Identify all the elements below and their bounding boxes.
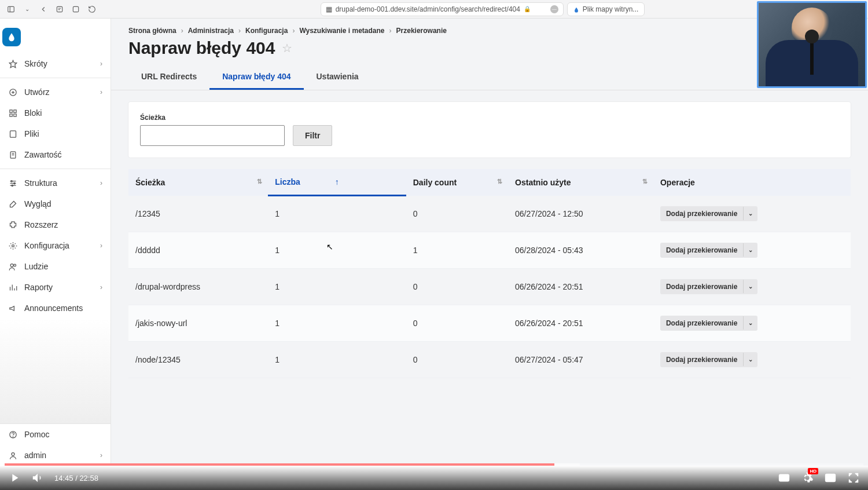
chevron-right-icon: ›: [100, 60, 102, 68]
add-redirect-button[interactable]: Dodaj przekierowanie⌄: [660, 206, 757, 221]
column-header[interactable]: Daily count⇅: [406, 169, 508, 196]
sidebar-item-puzzle[interactable]: Rozszerz: [0, 214, 111, 235]
column-header[interactable]: Liczba↑: [268, 169, 406, 196]
chevron-down-icon[interactable]: ⌄: [743, 207, 757, 220]
cell-count: 1: [268, 341, 406, 378]
chevron-down-icon[interactable]: ⌄: [743, 243, 757, 257]
sidebar-item-label: Skróty: [24, 59, 47, 68]
cell-last: 06/27/2024 - 12:50: [508, 196, 653, 232]
column-header[interactable]: Ostatnio użyte⇅: [508, 169, 653, 196]
breadcrumb-link[interactable]: Przekierowanie: [396, 27, 447, 35]
sidebar-item-label: Utwórz: [24, 87, 50, 97]
breadcrumb-link[interactable]: Konfiguracja: [245, 27, 288, 35]
chevron-right-icon: ›: [100, 88, 102, 96]
chevron-down-icon[interactable]: ⌄: [21, 3, 34, 16]
sidebar-item-gears[interactable]: Konfiguracja›: [0, 235, 111, 256]
cell-count: 1: [268, 196, 406, 232]
back-button[interactable]: [37, 3, 50, 16]
sidebar-item-plus[interactable]: Utwórz›: [0, 82, 111, 103]
player-time: 14:45 / 22:58: [54, 474, 98, 482]
miniplayer-button[interactable]: [824, 471, 837, 484]
sidebar-item-label: Struktura: [24, 178, 57, 188]
chevron-down-icon[interactable]: ⌄: [743, 316, 757, 330]
play-button[interactable]: [8, 471, 21, 484]
sidebar-item-doc[interactable]: Zawartość: [0, 144, 111, 165]
sidebar-item-chart[interactable]: Raporty›: [0, 277, 111, 298]
column-header: Operacje: [653, 169, 851, 196]
refresh-icon[interactable]: [86, 3, 98, 16]
filter-button[interactable]: Filtr: [293, 125, 332, 146]
tab[interactable]: Napraw błędy 404: [209, 65, 303, 90]
cell-last: 06/26/2024 - 20:51: [508, 305, 653, 341]
tab[interactable]: URL Redirects: [128, 65, 209, 90]
lock-icon: 🔒: [524, 6, 531, 12]
sidebar-toggle-icon[interactable]: [5, 3, 17, 16]
sliders-icon: [8, 178, 17, 188]
cell-count: 1: [268, 232, 406, 268]
chevron-down-icon[interactable]: ⌄: [743, 353, 757, 366]
address-text: drupal-demo-001.ddev.site/admin/config/s…: [336, 5, 520, 13]
add-redirect-button[interactable]: Dodaj przekierowanie⌄: [660, 279, 757, 294]
svg-point-24: [13, 264, 16, 266]
chevron-right-icon: ›: [100, 179, 102, 187]
svg-point-22: [12, 244, 14, 247]
drop-icon: [573, 6, 579, 12]
cell-last: 06/28/2024 - 05:43: [508, 232, 653, 268]
sidebar-item-brush[interactable]: Wygląd: [0, 193, 111, 214]
add-redirect-button[interactable]: Dodaj przekierowanie⌄: [660, 316, 757, 331]
star-icon[interactable]: ☆: [282, 41, 292, 55]
add-redirect-button[interactable]: Dodaj przekierowanie⌄: [660, 243, 757, 258]
add-redirect-button[interactable]: Dodaj przekierowanie⌄: [660, 352, 757, 367]
sidebar-item-megaphone[interactable]: Announcements: [0, 298, 111, 319]
cell-path: /drupal-wordpress: [128, 268, 268, 305]
table-row: /123451006/27/2024 - 12:50Dodaj przekier…: [128, 196, 851, 232]
breadcrumb: Strona główna›Administracja›Konfiguracja…: [111, 19, 868, 35]
tool-icon-1[interactable]: [53, 3, 66, 16]
chevron-right-icon: ›: [100, 242, 102, 250]
filter-path-input[interactable]: [140, 125, 285, 146]
brush-icon: [8, 199, 17, 209]
chevron-right-icon: ›: [100, 283, 102, 291]
sidebar-item-grid[interactable]: Bloki: [0, 103, 111, 123]
chevron-down-icon[interactable]: ⌄: [743, 280, 757, 293]
settings-button[interactable]: [801, 471, 814, 484]
grid-icon: [8, 108, 17, 118]
cell-daily: 1: [406, 232, 508, 268]
sort-icon: ⇅: [257, 178, 262, 185]
captions-button[interactable]: [778, 471, 790, 484]
sidebar-item-user[interactable]: admin›: [0, 445, 111, 466]
stop-icon[interactable]: —: [550, 5, 558, 13]
column-label: Daily count: [413, 178, 457, 187]
sidebar-item-file[interactable]: Pliki: [0, 123, 111, 144]
breadcrumb-link[interactable]: Administracja: [188, 27, 234, 35]
sidebar-item-help[interactable]: Pomoc: [0, 424, 111, 445]
user-icon: [8, 451, 17, 460]
tab[interactable]: Ustawienia: [304, 65, 372, 90]
sidebar-item-label: Ludzie: [24, 262, 48, 271]
tool-icon-2[interactable]: [69, 3, 82, 16]
filter-card: Ścieżka Filtr: [128, 102, 851, 158]
breadcrumb-separator: ›: [238, 27, 241, 35]
chart-icon: [8, 283, 17, 292]
fullscreen-button[interactable]: [847, 471, 860, 484]
star-icon: [8, 59, 17, 68]
people-icon: [8, 262, 17, 271]
drupal-logo[interactable]: [2, 28, 21, 46]
sidebar-item-star[interactable]: Skróty›: [0, 53, 111, 74]
breadcrumb-link[interactable]: Strona główna: [128, 27, 176, 35]
address-bar[interactable]: ▦ drupal-demo-001.ddev.site/admin/config…: [321, 2, 564, 16]
svg-rect-8: [9, 109, 12, 112]
sidebar-item-people[interactable]: Ludzie: [0, 256, 111, 277]
bookmark-pill[interactable]: Plik mapy witryn...: [567, 2, 645, 16]
volume-button[interactable]: [31, 471, 44, 484]
cell-count: 1: [268, 268, 406, 305]
tabs: URL RedirectsNapraw błędy 404Ustawienia: [111, 65, 868, 90]
column-header[interactable]: Ścieżka⇅: [128, 169, 268, 196]
plus-icon: [8, 87, 17, 97]
sidebar-item-sliders[interactable]: Struktura›: [0, 173, 111, 193]
breadcrumb-link[interactable]: Wyszukiwanie i metadane: [299, 27, 384, 35]
sort-icon: ⇅: [497, 178, 502, 185]
op-label: Dodaj przekierowanie: [660, 243, 743, 258]
filter-path-label: Ścieżka: [140, 114, 285, 122]
doc-icon: [8, 150, 17, 159]
